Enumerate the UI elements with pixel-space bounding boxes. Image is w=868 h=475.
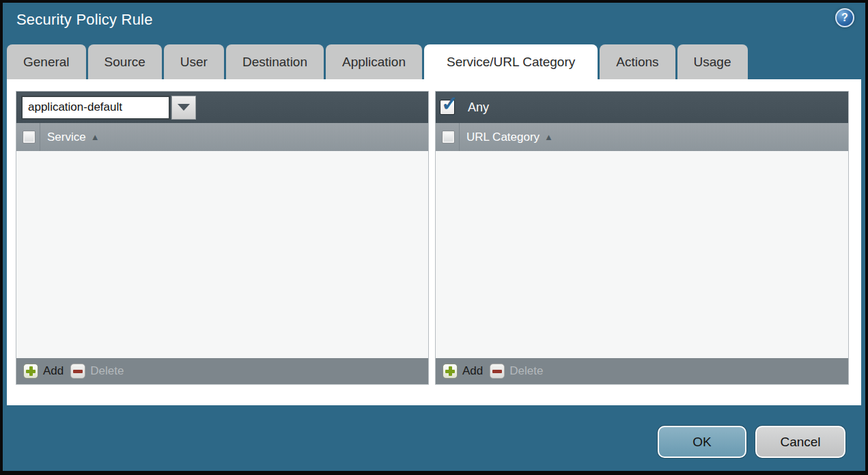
- chevron-down-icon: [178, 104, 190, 111]
- url-category-panel-header: ✓ Any: [436, 92, 848, 123]
- dialog-title: Security Policy Rule: [16, 11, 153, 29]
- url-category-delete-label: Delete: [509, 364, 543, 378]
- tab-user[interactable]: User: [164, 44, 224, 79]
- service-add-label: Add: [43, 364, 64, 378]
- url-category-column-header-row: URL Category ▲: [436, 123, 848, 151]
- url-category-any-label: Any: [468, 100, 489, 115]
- column-divider: [459, 123, 460, 151]
- service-select-all-cell: [18, 131, 40, 144]
- service-column-label[interactable]: Service: [47, 131, 86, 144]
- tab-application[interactable]: Application: [326, 44, 422, 79]
- url-category-list-body: [436, 151, 848, 358]
- url-category-column-label[interactable]: URL Category: [466, 131, 540, 144]
- tab-usage[interactable]: Usage: [677, 44, 748, 79]
- help-icon[interactable]: ?: [835, 8, 854, 27]
- sort-asc-icon: ▲: [544, 132, 553, 142]
- checkmark-icon: ✓: [441, 94, 458, 114]
- url-category-select-all-cell: [438, 131, 459, 144]
- tab-destination[interactable]: Destination: [226, 44, 324, 79]
- service-type-combobox[interactable]: [21, 96, 196, 120]
- security-policy-rule-dialog: Security Policy Rule ? General Source Us…: [0, 0, 868, 475]
- url-category-add-button[interactable]: Add: [443, 364, 483, 379]
- tab-bar: General Source User Destination Applicat…: [7, 44, 750, 79]
- service-select-all-checkbox[interactable]: [23, 131, 36, 144]
- service-add-button[interactable]: Add: [23, 364, 64, 379]
- dialog-surface: Security Policy Rule ? General Source Us…: [3, 3, 865, 471]
- tab-general[interactable]: General: [7, 44, 86, 79]
- url-category-panel-footer: Add Delete: [436, 358, 848, 384]
- url-category-select-all-checkbox[interactable]: [442, 131, 455, 144]
- url-category-delete-button[interactable]: Delete: [490, 364, 543, 379]
- minus-icon: [70, 364, 85, 379]
- service-panel-header: [16, 92, 428, 123]
- ok-button[interactable]: OK: [658, 426, 746, 458]
- minus-icon: [490, 364, 505, 379]
- service-list-body: [16, 151, 428, 358]
- tab-source[interactable]: Source: [88, 44, 162, 79]
- column-divider: [40, 123, 40, 151]
- sort-asc-icon: ▲: [91, 132, 100, 142]
- service-type-input[interactable]: [21, 96, 170, 120]
- url-category-any-checkbox[interactable]: ✓: [440, 100, 455, 115]
- tab-content-service-url-category: Service ▲ Add Delete: [7, 79, 861, 405]
- service-type-dropdown-button[interactable]: [171, 96, 196, 120]
- url-category-add-label: Add: [462, 364, 483, 378]
- service-delete-label: Delete: [90, 364, 124, 378]
- url-category-panel: ✓ Any URL Category ▲: [435, 91, 849, 385]
- tab-service-url-category[interactable]: Service/URL Category: [424, 44, 598, 79]
- plus-icon: [23, 364, 38, 379]
- service-delete-button[interactable]: Delete: [70, 364, 124, 379]
- service-panel: Service ▲ Add Delete: [16, 91, 429, 385]
- tab-actions[interactable]: Actions: [600, 44, 675, 79]
- service-column-header-row: Service ▲: [16, 123, 428, 151]
- cancel-button[interactable]: Cancel: [755, 426, 845, 458]
- service-panel-footer: Add Delete: [16, 358, 428, 384]
- plus-icon: [443, 364, 458, 379]
- url-category-any-row: ✓ Any: [440, 100, 489, 115]
